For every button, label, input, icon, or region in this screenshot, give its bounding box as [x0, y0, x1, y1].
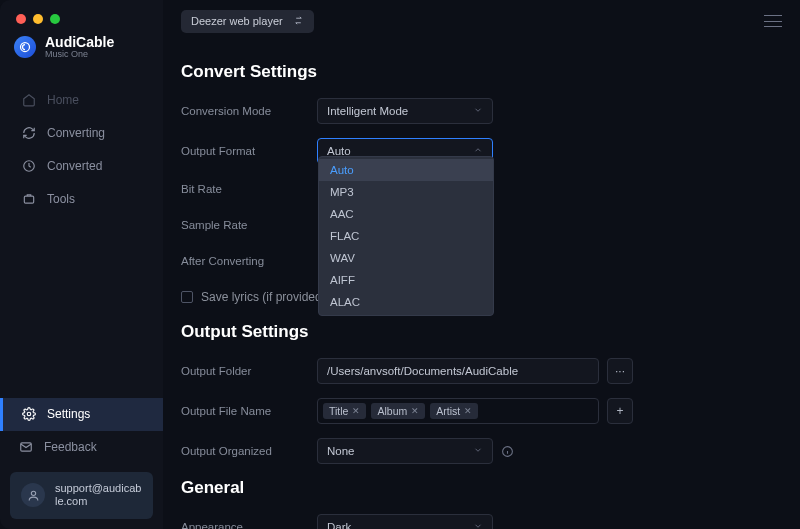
app-logo-block: AudiCable Music One [0, 0, 163, 77]
label-save-lyrics: Save lyrics (if provided) [201, 290, 326, 304]
select-appearance[interactable]: Dark [317, 514, 493, 529]
input-value: /Users/anvsoft/Documents/AudiCable [327, 365, 518, 377]
sidebar-item-converting[interactable]: Converting [0, 116, 163, 149]
gear-icon [21, 407, 36, 422]
home-icon [21, 92, 36, 107]
filename-tag[interactable]: Title✕ [323, 403, 366, 419]
remove-tag-icon[interactable]: ✕ [411, 406, 419, 416]
menu-button[interactable] [764, 15, 782, 27]
section-title-output: Output Settings [181, 322, 770, 342]
select-value: Intelligent Mode [327, 105, 408, 117]
dropdown-option[interactable]: FLAC [319, 225, 493, 247]
svg-point-5 [31, 491, 35, 495]
app-subtitle: Music One [45, 49, 114, 59]
label-bit-rate: Bit Rate [181, 183, 317, 195]
dropdown-option[interactable]: AAC [319, 203, 493, 225]
app-name: AudiCable [45, 35, 114, 49]
swap-icon [293, 15, 304, 28]
maximize-window-button[interactable] [50, 14, 60, 24]
sidebar-item-settings[interactable]: Settings [0, 398, 163, 431]
label-output-folder: Output Folder [181, 365, 317, 377]
dropdown-option[interactable]: WAV [319, 247, 493, 269]
sidebar-item-home[interactable]: Home [0, 83, 163, 116]
browse-folder-button[interactable]: ··· [607, 358, 633, 384]
user-icon [21, 483, 45, 507]
label-conversion-mode: Conversion Mode [181, 105, 317, 117]
sidebar-item-label: Converted [47, 159, 102, 173]
input-output-filename[interactable]: Title✕ Album✕ Artist✕ [317, 398, 599, 424]
sidebar-item-label: Tools [47, 192, 75, 206]
section-title-general: General [181, 478, 770, 498]
converting-icon [21, 125, 36, 140]
window-controls [16, 14, 60, 24]
select-value: None [327, 445, 355, 457]
svg-rect-2 [24, 196, 33, 203]
remove-tag-icon[interactable]: ✕ [352, 406, 360, 416]
sidebar-item-label: Converting [47, 126, 105, 140]
chevron-down-icon [473, 445, 483, 457]
label-output-format: Output Format [181, 145, 317, 157]
sidebar-nav: Home Converting Converted Tools [0, 77, 163, 398]
tools-icon [21, 191, 36, 206]
filename-tag[interactable]: Artist✕ [430, 403, 478, 419]
app-logo-icon [14, 36, 36, 58]
minimize-window-button[interactable] [33, 14, 43, 24]
dropdown-option[interactable]: ALAC [319, 291, 493, 313]
sidebar-item-converted[interactable]: Converted [0, 149, 163, 182]
row-output-filename: Output File Name Title✕ Album✕ Artist✕ + [181, 398, 770, 424]
section-title-convert: Convert Settings [181, 62, 770, 82]
input-output-folder[interactable]: /Users/anvsoft/Documents/AudiCable [317, 358, 599, 384]
row-conversion-mode: Conversion Mode Intelligent Mode [181, 98, 770, 124]
source-player-pill[interactable]: Deezer web player [181, 10, 314, 33]
label-output-filename: Output File Name [181, 405, 317, 417]
label-after-converting: After Converting [181, 255, 317, 267]
row-output-organized: Output Organized None [181, 438, 770, 464]
checkbox-save-lyrics[interactable] [181, 291, 193, 303]
support-card[interactable]: support@audicable.com [10, 472, 153, 520]
select-output-organized[interactable]: None [317, 438, 493, 464]
mail-icon [18, 440, 33, 455]
info-icon[interactable] [501, 445, 514, 458]
dropdown-option[interactable]: MP3 [319, 181, 493, 203]
add-tag-button[interactable]: + [607, 398, 633, 424]
label-appearance: Appearance [181, 521, 317, 529]
close-window-button[interactable] [16, 14, 26, 24]
remove-tag-icon[interactable]: ✕ [464, 406, 472, 416]
select-value: Dark [327, 521, 351, 529]
filename-tag[interactable]: Album✕ [371, 403, 425, 419]
label-sample-rate: Sample Rate [181, 219, 317, 231]
svg-point-3 [27, 412, 31, 416]
svg-point-0 [21, 43, 30, 52]
chevron-down-icon [473, 105, 483, 117]
sidebar-item-tools[interactable]: Tools [0, 182, 163, 215]
row-appearance: Appearance Dark [181, 514, 770, 529]
support-email: support@audicable.com [55, 482, 142, 510]
label-output-organized: Output Organized [181, 445, 317, 457]
sidebar: AudiCable Music One Home Converting Conv… [0, 0, 163, 529]
sidebar-bottom: Settings Feedback support@audicable.com [0, 398, 163, 530]
row-output-folder: Output Folder /Users/anvsoft/Documents/A… [181, 358, 770, 384]
source-player-label: Deezer web player [191, 15, 283, 27]
sidebar-item-label: Settings [47, 407, 90, 421]
topbar: Deezer web player [163, 0, 800, 42]
dropdown-output-format: Auto MP3 AAC FLAC WAV AIFF ALAC [318, 156, 494, 316]
sidebar-item-label: Feedback [44, 440, 97, 454]
sidebar-item-label: Home [47, 93, 79, 107]
converted-icon [21, 158, 36, 173]
dropdown-option[interactable]: AIFF [319, 269, 493, 291]
chevron-down-icon [473, 521, 483, 529]
sidebar-item-feedback[interactable]: Feedback [0, 431, 163, 464]
select-conversion-mode[interactable]: Intelligent Mode [317, 98, 493, 124]
dropdown-option[interactable]: Auto [319, 159, 493, 181]
